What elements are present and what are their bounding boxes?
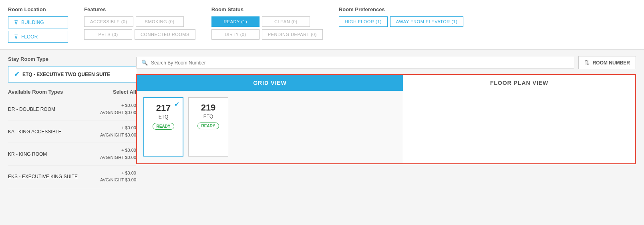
sort-button[interactable]: ⇅ ROOM NUMBER xyxy=(578,56,636,69)
room-type-name: KA - KING ACCESSIBLE xyxy=(8,129,61,135)
features-section: Features ACCESSIBLE (0) SMOKING (0) PETS… xyxy=(84,6,195,43)
clean-btn[interactable]: CLEAN (0) xyxy=(262,16,310,27)
left-panel: Stay Room Type ✔ ETQ - EXECUTIVE TWO QUE… xyxy=(8,56,136,188)
search-input[interactable] xyxy=(151,60,569,66)
room-type-price: + $0.00 AVG/NIGHT $0.00 xyxy=(100,147,136,161)
floor-plan-header[interactable]: FLOOR PLAN VIEW xyxy=(403,75,635,91)
room-status-section: Room Status READY (1) CLEAN (0) DIRTY (0… xyxy=(211,6,323,43)
room-type-price: + $0.00 AVG/NIGHT $0.00 xyxy=(100,125,136,139)
top-bar: Room Location ⊽ BUILDING ⊽ FLOOR Feature… xyxy=(0,0,644,50)
search-sort-bar: 🔍 ⇅ ROOM NUMBER xyxy=(136,56,636,69)
prefs-row-1: HIGH FLOOR (1) AWAY FROM ELEVATOR (1) xyxy=(339,16,463,27)
stay-room-type-label: Stay Room Type xyxy=(8,56,136,62)
room-type-price: + $0.00 AVG/NIGHT $0.00 xyxy=(100,102,136,116)
checkmark-icon: ✔ xyxy=(14,70,19,78)
room-type-name: DR - DOUBLE ROOM xyxy=(8,106,55,112)
available-room-types-label: Available Room Types xyxy=(8,89,63,95)
room-preferences-title: Room Preferences xyxy=(339,6,463,12)
funnel-icon-building: ⊽ xyxy=(14,19,18,26)
views-container: GRID VIEW ✔ 217 ETQ READY 219 ETQ READY xyxy=(136,74,636,164)
room-type-tag: ETQ xyxy=(148,114,179,120)
list-item[interactable]: EKS - EXECUTIVE KING SUITE + $0.00 AVG/N… xyxy=(8,166,136,188)
floor-plan-panel: FLOOR PLAN VIEW xyxy=(403,75,635,163)
grid-view-body: ✔ 217 ETQ READY 219 ETQ READY xyxy=(137,91,403,163)
room-preferences-section: Room Preferences HIGH FLOOR (1) AWAY FRO… xyxy=(339,6,463,43)
select-all-link[interactable]: Select All xyxy=(113,89,136,95)
room-card-217[interactable]: ✔ 217 ETQ READY xyxy=(143,97,183,157)
room-type-tag: ETQ xyxy=(193,114,224,119)
room-card-219[interactable]: 219 ETQ READY xyxy=(188,97,228,157)
room-location-title: Room Location xyxy=(8,6,68,12)
high-floor-btn[interactable]: HIGH FLOOR (1) xyxy=(339,16,388,27)
features-row-1: ACCESSIBLE (0) SMOKING (0) xyxy=(84,16,195,27)
building-label: BUILDING xyxy=(21,20,44,25)
grid-view-panel: GRID VIEW ✔ 217 ETQ READY 219 ETQ READY xyxy=(137,75,403,163)
floor-plan-body xyxy=(403,91,635,163)
status-badge: READY xyxy=(153,123,174,130)
funnel-icon-floor: ⊽ xyxy=(14,34,18,40)
available-label-row: Available Room Types Select All xyxy=(8,89,136,95)
status-badge: READY xyxy=(197,123,219,129)
status-row-2: DIRTY (0) PENDING DEPART (0) xyxy=(211,29,323,40)
floor-label: FLOOR xyxy=(21,34,38,40)
sort-label: ROOM NUMBER xyxy=(593,60,630,66)
dirty-btn[interactable]: DIRTY (0) xyxy=(211,29,260,40)
building-filter-btn[interactable]: ⊽ BUILDING xyxy=(8,16,68,28)
right-panel: 🔍 ⇅ ROOM NUMBER GRID VIEW ✔ 217 ETQ xyxy=(136,56,636,188)
floor-filter-btn[interactable]: ⊽ FLOOR xyxy=(8,31,68,43)
search-icon: 🔍 xyxy=(141,60,148,66)
pets-btn[interactable]: PETS (0) xyxy=(84,29,132,40)
room-number: 219 xyxy=(193,102,224,113)
list-item[interactable]: KA - KING ACCESSIBLE + $0.00 AVG/NIGHT $… xyxy=(8,121,136,143)
sort-icon: ⇅ xyxy=(584,59,590,66)
selected-room-type-label: ETQ - EXECUTIVE TWO QUEEN SUITE xyxy=(22,72,110,77)
away-elevator-btn[interactable]: AWAY FROM ELEVATOR (1) xyxy=(390,16,463,27)
features-title: Features xyxy=(84,6,195,12)
room-types-list: DR - DOUBLE ROOM + $0.00 AVG/NIGHT $0.00… xyxy=(8,98,136,188)
search-input-wrap: 🔍 xyxy=(136,57,574,68)
main-area: Stay Room Type ✔ ETQ - EXECUTIVE TWO QUE… xyxy=(0,50,644,195)
grid-view-header[interactable]: GRID VIEW xyxy=(137,75,403,91)
list-item[interactable]: KR - KING ROOM + $0.00 AVG/NIGHT $0.00 xyxy=(8,143,136,165)
status-row-1: READY (1) CLEAN (0) xyxy=(211,16,323,27)
selected-room-type: ✔ ETQ - EXECUTIVE TWO QUEEN SUITE xyxy=(8,66,136,82)
room-location-section: Room Location ⊽ BUILDING ⊽ FLOOR xyxy=(8,6,68,43)
smoking-btn[interactable]: SMOKING (0) xyxy=(136,16,184,27)
room-status-title: Room Status xyxy=(211,6,323,12)
ready-btn[interactable]: READY (1) xyxy=(211,16,260,27)
room-type-name: EKS - EXECUTIVE KING SUITE xyxy=(8,174,78,179)
pending-depart-btn[interactable]: PENDING DEPART (0) xyxy=(262,29,323,40)
room-selected-check-icon: ✔ xyxy=(174,100,179,108)
room-type-price: + $0.00 AVG/NIGHT $0.00 xyxy=(100,170,136,184)
connected-rooms-btn[interactable]: CONNECTED ROOMS xyxy=(135,29,195,40)
list-item[interactable]: DR - DOUBLE ROOM + $0.00 AVG/NIGHT $0.00 xyxy=(8,98,136,121)
features-row-2: PETS (0) CONNECTED ROOMS xyxy=(84,29,195,40)
accessible-btn[interactable]: ACCESSIBLE (0) xyxy=(84,16,133,27)
room-type-name: KR - KING ROOM xyxy=(8,151,47,157)
